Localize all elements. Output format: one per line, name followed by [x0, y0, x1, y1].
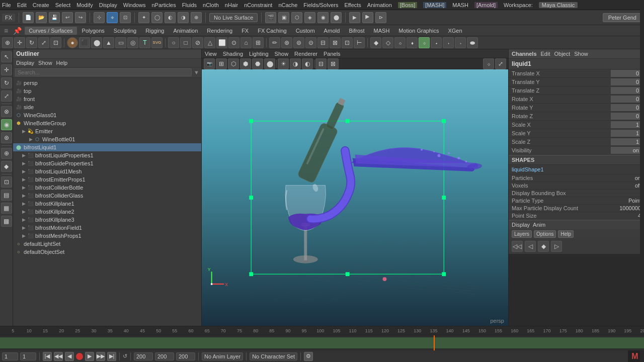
tab-fx[interactable]: FX [237, 27, 253, 35]
tab-rendering[interactable]: Rendering [203, 27, 236, 35]
curve2-btn[interactable]: ◐ [165, 12, 176, 23]
snap-5-btn[interactable]: ⬩ [431, 37, 442, 48]
outliner-item-bifrostguideproperties1[interactable]: ▶⬛bifrostGuideProperties1 [13, 159, 201, 167]
vp-show-grid-btn[interactable]: ⊟ [315, 58, 327, 69]
menu-display[interactable]: Display [99, 2, 117, 8]
nurbs-cyl-btn[interactable]: ⊘ [192, 37, 203, 48]
snap-to-pts-btn[interactable]: ◆ [370, 37, 381, 48]
outliner-item-winebottlegroup[interactable]: ⬢WineBottleGroup [13, 119, 201, 127]
snap-8-btn[interactable]: ⬬ [467, 37, 478, 48]
tab-arnold[interactable]: Arnold [320, 27, 344, 35]
ch-options-btn[interactable]: Options [534, 230, 556, 238]
scale-mode-btn[interactable]: ⤢ [1, 90, 12, 102]
outliner-item-bifrostmeshprops1[interactable]: ▶⬛bifrostMeshProps1 [13, 232, 201, 240]
key-prev-btn[interactable]: ◁ [525, 241, 536, 252]
ch-object-tab[interactable]: Object [554, 51, 570, 57]
outliner-item-bifrostliquid1[interactable]: ⬤bifrostLiquid1 [13, 143, 201, 151]
universal-icon-btn[interactable]: ⊡ [50, 37, 61, 48]
menu-edit[interactable]: Edit [17, 2, 27, 8]
tab-bifrost[interactable]: Bifrost [345, 27, 368, 35]
transform-btn[interactable]: ✦ [138, 12, 149, 23]
menu-effects[interactable]: Effects [344, 2, 361, 8]
outliner-item-defaultobjectset[interactable]: ○defaultObjectSet [13, 248, 201, 256]
viewport-lighting-menu[interactable]: Lighting [249, 51, 269, 57]
vp-texture-btn[interactable]: ⬤ [264, 58, 275, 69]
vp-wire-btn[interactable]: ⬢ [240, 58, 251, 69]
extrude-btn[interactable]: ⊟ [317, 37, 329, 48]
outliner-item-side[interactable]: 🎥side [13, 103, 201, 111]
render-btn5[interactable]: ◉ [317, 12, 329, 23]
save-file-btn[interactable]: 💾 [49, 12, 60, 23]
lattice-btn[interactable]: ⊞ [253, 37, 264, 48]
scale-icon-btn[interactable]: ⤢ [38, 37, 49, 48]
viewport-panels-menu[interactable]: Panels [324, 51, 341, 57]
render-btn6[interactable]: ⬤ [331, 12, 342, 23]
snap-to-curve-btn[interactable]: ⬦ [394, 37, 406, 48]
tab-xgen[interactable]: XGen [444, 27, 466, 35]
outliner-item-emitter[interactable]: ▶💫Emitter [13, 127, 201, 135]
ch-edit-tab[interactable]: Edit [541, 51, 550, 57]
vp-render-btn[interactable]: ⬡ [228, 58, 239, 69]
menu-select[interactable]: Select [55, 2, 71, 8]
select-tool-btn[interactable]: ⊹ [94, 12, 105, 23]
open-file-btn[interactable]: 📂 [36, 12, 47, 23]
bc-loop-icon[interactable]: ↺ [123, 353, 127, 359]
bc-current-frame[interactable] [20, 352, 36, 360]
outliner-display-menu[interactable]: Display [16, 60, 34, 66]
nurbs-sphere-btn[interactable]: ○ [168, 37, 179, 48]
key-next-btn[interactable]: ▷ [551, 241, 562, 252]
menu-nparticles[interactable]: nParticles [151, 2, 176, 8]
select-mode-btn[interactable]: ↖ [1, 51, 12, 62]
outliner-item-top[interactable]: 🎥top [13, 87, 201, 95]
plane-btn[interactable]: ▭ [115, 37, 126, 48]
vp-bookmark-btn[interactable]: ⬦ [483, 58, 494, 69]
timeline-playhead[interactable] [434, 335, 435, 350]
bevel-btn[interactable]: ⊠ [330, 37, 341, 48]
snap-7-btn[interactable]: ⬫ [455, 37, 466, 48]
menu-nhair[interactable]: nHair [225, 2, 238, 8]
tab-animation[interactable]: Animation [169, 27, 202, 35]
viewport-renderer-menu[interactable]: Renderer [294, 51, 317, 57]
ch-channels-tab[interactable]: Channels [512, 51, 537, 57]
vp-light-btn[interactable]: ☀ [278, 58, 289, 69]
viewport-show-menu[interactable]: Show [275, 51, 289, 57]
rotate-icon-btn[interactable]: ↻ [26, 37, 37, 48]
outliner-item-bifrostcolliderbottle[interactable]: ▶⬛bifrostColliderBottle [13, 184, 201, 192]
torus-btn[interactable]: ◎ [127, 37, 138, 48]
render-btn3[interactable]: ⬡ [291, 12, 302, 23]
sculpt2-btn[interactable]: ⊛ [1, 132, 12, 143]
tab-fx-caching[interactable]: FX Caching [254, 27, 290, 35]
outliner-help-menu[interactable]: Help [56, 60, 68, 66]
tab-mash[interactable]: MASH [370, 27, 394, 35]
deform-btn[interactable]: ⌂ [240, 37, 252, 48]
viewport-view-menu[interactable]: View [205, 51, 217, 57]
menu-workspace-value[interactable]: Maya Classic [539, 2, 578, 8]
move-mode-btn[interactable]: ✛ [1, 64, 12, 75]
menu-fieldssolvers[interactable]: Fields/Solvers [303, 2, 338, 8]
tab-curves-surfaces[interactable]: Curves / Surfaces [25, 27, 76, 35]
vp-shadow-btn[interactable]: ◑ [290, 58, 301, 69]
bc-range-start[interactable] [155, 352, 174, 360]
menu-modify[interactable]: Modify [76, 2, 93, 8]
playblast-btn[interactable]: ▶ [349, 12, 360, 23]
menu-nconstraint[interactable]: nConstraint [244, 2, 272, 8]
vp-camera-btn[interactable]: 📷 [204, 58, 215, 69]
mirror-btn[interactable]: ⊝ [305, 37, 316, 48]
outliner-search-input[interactable] [15, 68, 192, 76]
paint-weights-btn[interactable]: ⊗ [1, 106, 12, 117]
user-btn[interactable]: Peter Gend [603, 13, 642, 22]
render-btn4[interactable]: ◈ [304, 12, 315, 23]
outliner-item-winebottle01[interactable]: ▶⬡WineBottle01 [13, 135, 201, 143]
menu-cache[interactable]: MASH [452, 2, 468, 8]
vp-xray-btn[interactable]: ⊠ [328, 58, 339, 69]
tab-rigging[interactable]: Rigging [141, 27, 168, 35]
vp-ao-btn[interactable]: ◐ [302, 58, 313, 69]
new-file-btn[interactable]: 📄 [23, 12, 34, 23]
bc-range-end[interactable] [176, 352, 195, 360]
bc-anim-layer-dropdown[interactable]: No Anim Layer [202, 352, 243, 360]
playblast2-btn[interactable]: ⯈ [362, 12, 373, 23]
curve-btn[interactable]: ◯ [151, 12, 163, 23]
vp-grid-btn[interactable]: ⊞ [216, 58, 227, 69]
lasso-btn[interactable]: ⊡ [120, 12, 131, 23]
menu-windows[interactable]: Windows [123, 2, 146, 8]
